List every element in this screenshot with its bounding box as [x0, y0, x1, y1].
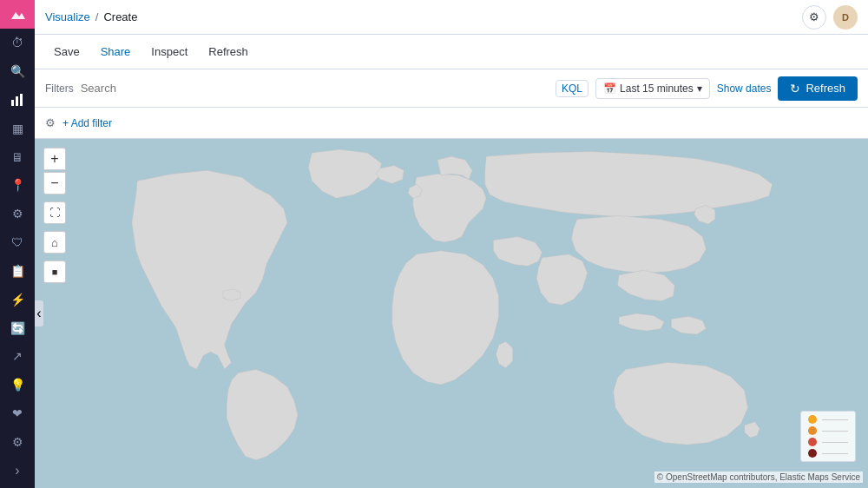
legend-line-1 — [822, 419, 848, 420]
legend-item-3 — [808, 438, 848, 446]
map-container[interactable]: ‹ — [35, 139, 868, 488]
user-avatar[interactable]: D — [833, 5, 858, 30]
topbar: Visualize / Create ⚙ D — [35, 0, 868, 35]
time-range-label: Last 15 minutes — [620, 82, 694, 95]
kql-button[interactable]: KQL — [556, 80, 589, 97]
sidebar-item-visualize[interactable] — [0, 85, 35, 114]
svg-rect-0 — [11, 100, 14, 106]
time-filter[interactable]: 📅 Last 15 minutes ▾ — [595, 78, 710, 99]
main-refresh-button[interactable]: ↻ Refresh — [778, 76, 858, 101]
sidebar-item-dev[interactable]: ↗ — [0, 342, 35, 371]
sidebar-item-apm[interactable]: ⚡ — [0, 285, 35, 313]
sidebar-item-monitoring[interactable]: ❤ — [0, 399, 35, 428]
share-button[interactable]: Share — [92, 42, 140, 62]
settings-button[interactable]: ⚙ — [802, 5, 826, 30]
sidebar-item-dashboard[interactable]: ▦ — [0, 114, 35, 142]
breadcrumb-separator: / — [95, 10, 99, 23]
legend-line-3 — [822, 442, 848, 443]
legend-dot-3 — [808, 438, 817, 446]
sidebar-item-maps[interactable]: 📍 — [0, 171, 35, 200]
chevron-down-icon: ▾ — [697, 82, 702, 95]
save-button[interactable]: Save — [45, 42, 89, 62]
fit-bounds-button[interactable]: ⛶ — [43, 201, 66, 224]
world-map — [35, 139, 868, 488]
zoom-in-button[interactable]: + — [43, 148, 66, 170]
sidebar-item-ml[interactable]: ⚙ — [0, 200, 35, 228]
breadcrumb: Visualize / Create — [45, 10, 137, 23]
legend-dot-1 — [808, 415, 817, 424]
sidebar-item-discover[interactable]: 🔍 — [0, 57, 35, 86]
map-attribution: © OpenStreetMap contributors, Elastic Ma… — [654, 472, 863, 483]
add-filter-row: ⚙ + Add filter — [35, 108, 868, 139]
add-filter-link[interactable]: + Add filter — [62, 117, 112, 129]
breadcrumb-current: Create — [103, 10, 137, 23]
legend-item-2 — [808, 426, 848, 435]
home-button[interactable]: ⌂ — [43, 231, 66, 254]
refresh-icon: ↻ — [790, 82, 800, 96]
sidebar-expand-button[interactable]: › — [0, 456, 35, 485]
calendar-icon: 📅 — [603, 82, 616, 95]
sidebar-item-logs[interactable]: 📋 — [0, 256, 35, 285]
editor-toolbar: Save Share Inspect Refresh — [35, 35, 868, 69]
breadcrumb-visualize[interactable]: Visualize — [45, 10, 90, 23]
collapse-handle[interactable]: ‹ — [35, 300, 43, 326]
svg-rect-1 — [16, 96, 18, 106]
svg-rect-2 — [20, 94, 23, 106]
refresh-button[interactable]: Refresh — [200, 42, 257, 62]
search-input[interactable] — [81, 76, 549, 101]
zoom-out-button[interactable]: − — [43, 172, 66, 195]
legend-dot-4 — [808, 449, 817, 458]
sidebar: ⏱ 🔍 ▦ 🖥 📍 ⚙ 🛡 📋 ⚡ 🔄 ↗ 💡 ❤ ⚙ › — [0, 0, 35, 488]
legend-item-1 — [808, 415, 848, 424]
legend-line-4 — [822, 453, 848, 454]
sidebar-item-settings[interactable]: ⚙ — [0, 427, 35, 456]
inspect-button[interactable]: Inspect — [142, 42, 196, 62]
legend-dot-2 — [808, 426, 817, 435]
show-dates-button[interactable]: Show dates — [717, 82, 772, 95]
sidebar-item-security[interactable]: 🛡 — [0, 228, 35, 257]
sidebar-item-canvas[interactable]: 🖥 — [0, 142, 35, 171]
filter-bar: Filters KQL 📅 Last 15 minutes ▾ Show dat… — [35, 69, 868, 108]
map-legend — [800, 411, 856, 462]
legend-line-2 — [822, 431, 848, 432]
main-content: Visualize / Create ⚙ D Save Share Inspec… — [35, 0, 868, 488]
sidebar-item-uptime[interactable]: 🔄 — [0, 313, 35, 342]
app-logo[interactable] — [0, 0, 35, 29]
square-select-button[interactable]: ■ — [43, 260, 66, 283]
refresh-label: Refresh — [806, 82, 845, 95]
filters-label: Filters — [45, 82, 74, 95]
sidebar-item-recent[interactable]: ⏱ — [0, 29, 35, 57]
legend-item-4 — [808, 449, 848, 458]
filter-gear-icon[interactable]: ⚙ — [45, 116, 56, 129]
map-zoom-controls: + − ⛶ ⌂ ■ — [43, 148, 66, 288]
sidebar-item-alerts[interactable]: 💡 — [0, 371, 35, 399]
